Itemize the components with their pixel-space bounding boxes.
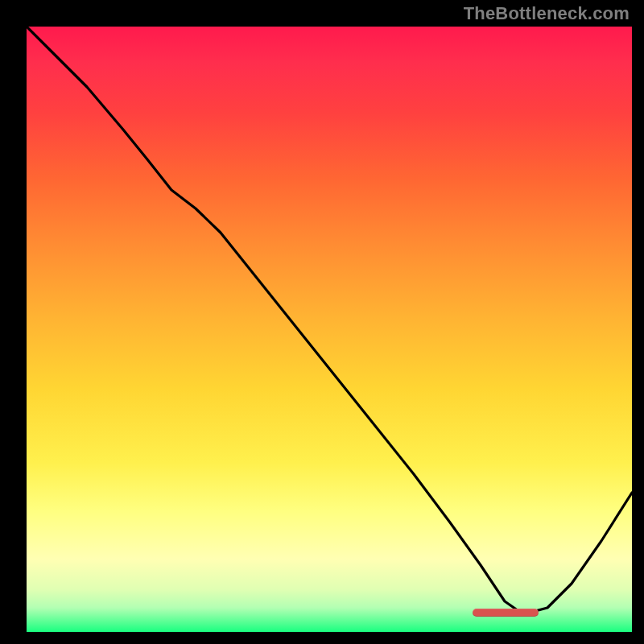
watermark-text: TheBottleneck.com: [464, 3, 630, 24]
curve-layer: [27, 27, 632, 632]
chart-stage: TheBottleneck.com: [0, 0, 644, 644]
target-range-badge: [473, 609, 539, 617]
series-curve: [27, 27, 632, 614]
plot-area: [27, 27, 632, 632]
